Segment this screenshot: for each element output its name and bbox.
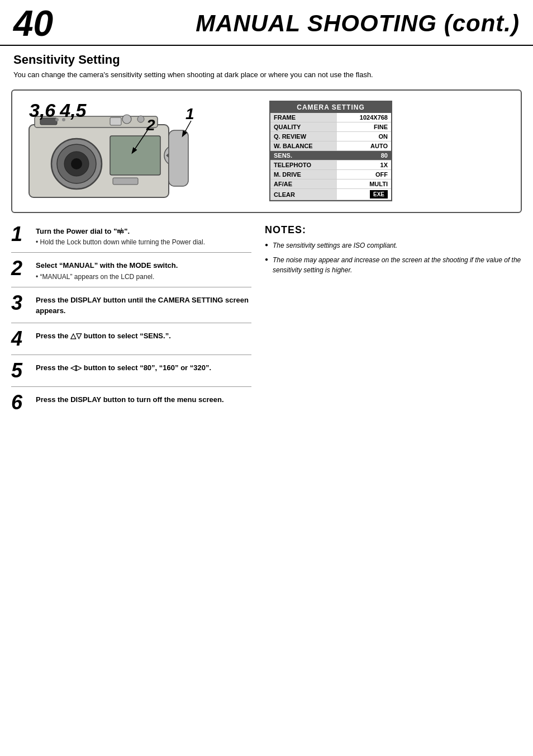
step-content: Press the △▽ button to select “SENS.”. [36, 329, 251, 342]
table-row: Q. REVIEW ON [270, 132, 391, 141]
step-main-text: Press the DISPLAY button to turn off the… [36, 395, 251, 405]
setting-label: CLEAR [270, 189, 337, 200]
diagram-label-45: 4,5 [60, 100, 86, 121]
setting-label: AF/AE [270, 179, 337, 189]
diagram-step-labels-left: 3,6 4,5 [29, 100, 87, 121]
step-content: Press the DISPLAY button to turn off the… [36, 393, 251, 406]
steps-list: 1 Turn the Power dial to "㎧". • Hold the… [11, 224, 251, 424]
note-item: The noise may appear and increase on the… [265, 255, 522, 275]
section-description: You can change the camera's sensitivity … [0, 69, 533, 89]
step-6: 6 Press the DISPLAY button to turn off t… [11, 393, 251, 418]
step-main-text: Press the DISPLAY button until the CAMER… [36, 295, 251, 315]
notes-section: NOTES: The sensitivity settings are ISO … [265, 224, 522, 424]
step-1: 1 Turn the Power dial to "㎧". • Hold the… [11, 224, 251, 253]
step-main-text: Select “MANUAL” with the MODE switch. [36, 261, 251, 271]
step-number: 1 [11, 224, 31, 244]
setting-label: W. BALANCE [270, 141, 337, 151]
svg-rect-10 [110, 117, 121, 125]
setting-value: AUTO [337, 141, 391, 151]
setting-value: OFF [337, 170, 391, 179]
page-title: MANUAL SHOOTING (cont.) [196, 10, 520, 37]
svg-rect-19 [113, 178, 138, 185]
table-row: FRAME 1024X768 [270, 113, 391, 122]
step-main-text: Press the △▽ button to select “SENS.”. [36, 331, 251, 341]
table-row-highlighted: SENS. 80 [270, 151, 391, 160]
step-content: Turn the Power dial to "㎧". • Hold the L… [36, 224, 251, 247]
page-header: 40 MANUAL SHOOTING (cont.) [0, 0, 533, 46]
step-number: 5 [11, 361, 31, 381]
setting-label: Q. REVIEW [270, 132, 337, 141]
exe-button: EXE [370, 190, 388, 199]
setting-label: FRAME [270, 113, 337, 122]
table-row: CLEAR EXE [270, 189, 391, 200]
notes-list: The sensitivity settings are ISO complia… [265, 240, 522, 275]
step-2: 2 Select “MANUAL” with the MODE switch. … [11, 258, 251, 287]
setting-value: 1024X768 [337, 113, 391, 122]
step-number: 3 [11, 293, 31, 313]
steps-area: 1 Turn the Power dial to "㎧". • Hold the… [0, 224, 533, 424]
svg-rect-20 [169, 130, 188, 186]
diagram-box: 3,6 4,5 2 1 [11, 89, 522, 213]
camera-area: 3,6 4,5 2 1 [23, 100, 258, 203]
step-number: 2 [11, 258, 31, 278]
setting-label: M. DRIVE [270, 170, 337, 179]
diagram-label-36: 3,6 [29, 100, 55, 121]
setting-label: QUALITY [270, 122, 337, 132]
setting-value: 80 [337, 151, 391, 160]
step-sub-text: • “MANUAL” appears on the LCD panel. [36, 272, 251, 282]
step-3: 3 Press the DISPLAY button until the CAM… [11, 293, 251, 323]
step-content: Press the DISPLAY button until the CAMER… [36, 293, 251, 316]
setting-value: EXE [337, 189, 391, 200]
step-5: 5 Press the ◁▷ button to select “80”, “1… [11, 361, 251, 387]
setting-value: ON [337, 132, 391, 141]
step-main-text: Turn the Power dial to "㎧". [36, 226, 251, 237]
notes-title: NOTES: [265, 224, 522, 236]
step-content: Select “MANUAL” with the MODE switch. • … [36, 258, 251, 281]
step-main-text: Press the ◁▷ button to select “80”, “160… [36, 363, 251, 373]
setting-value: MULTI [337, 179, 391, 189]
step-number: 4 [11, 329, 31, 349]
settings-panel-header: CAMERA SETTING [270, 102, 391, 113]
diagram-label-1: 1 [185, 105, 194, 123]
camera-settings-panel: CAMERA SETTING FRAME 1024X768 QUALITY FI… [269, 101, 392, 201]
step-sub-text: • Hold the Lock button down while turnin… [36, 238, 251, 247]
svg-point-8 [122, 115, 131, 124]
table-row: W. BALANCE AUTO [270, 141, 391, 151]
settings-table: FRAME 1024X768 QUALITY FINE Q. REVIEW ON… [270, 113, 391, 200]
section-title: Sensitivity Setting [0, 46, 533, 69]
svg-point-9 [137, 116, 144, 122]
diagram-label-2: 2 [146, 116, 155, 134]
table-row: AF/AE MULTI [270, 179, 391, 189]
table-row: QUALITY FINE [270, 122, 391, 132]
svg-rect-6 [110, 136, 160, 175]
setting-value: 1X [337, 160, 391, 170]
step-content: Press the ◁▷ button to select “80”, “160… [36, 361, 251, 374]
setting-value: FINE [337, 122, 391, 132]
svg-point-5 [71, 158, 82, 169]
note-item: The sensitivity settings are ISO complia… [265, 240, 522, 251]
step-4: 4 Press the △▽ button to select “SENS.”. [11, 329, 251, 355]
table-row: TELEPHOTO 1X [270, 160, 391, 170]
step-number: 6 [11, 393, 31, 413]
table-row: M. DRIVE OFF [270, 170, 391, 179]
setting-label: TELEPHOTO [270, 160, 337, 170]
page-number: 40 [13, 6, 53, 41]
setting-label: SENS. [270, 151, 337, 160]
